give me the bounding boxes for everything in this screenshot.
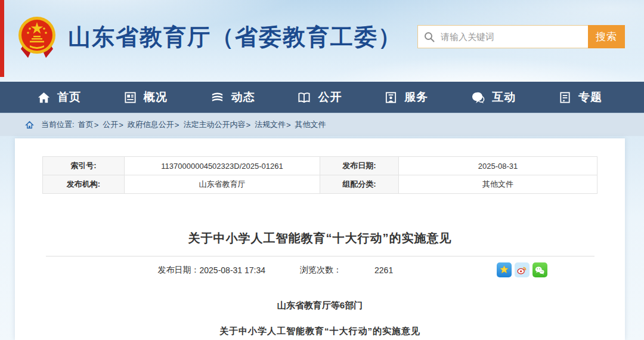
article-body-line2: 关于中小学人工智能教育“十大行动”的实施意见 — [15, 326, 625, 337]
wechat-icon[interactable] — [532, 262, 547, 277]
breadcrumb-item-home[interactable]: 首页 — [78, 119, 94, 130]
nav-item-news[interactable]: 动态 — [210, 89, 255, 105]
nav-label: 动态 — [231, 89, 255, 105]
publish-date-label: 发布日期: — [320, 157, 399, 175]
weibo-icon[interactable] — [515, 262, 530, 277]
overview-icon — [123, 91, 137, 104]
issuing-agency-label: 发布机构: — [43, 175, 125, 194]
search-button[interactable]: 搜索 — [588, 25, 625, 48]
breadcrumb: 当前位置: 首页> 公开> 政府信息公开> 法定主动公开内容> 法规文件> 其他… — [0, 113, 644, 136]
article-title: 关于中小学人工智能教育“十大行动”的实施意见 — [15, 230, 625, 246]
meta-publish-label: 发布日期： — [158, 265, 200, 276]
qzone-icon[interactable] — [497, 262, 512, 277]
share-buttons — [497, 262, 547, 277]
site-search: 搜索 — [417, 25, 625, 48]
content-panel: 索引号: 11370000004502323D/2025-01261 发布日期:… — [15, 138, 625, 340]
nav-label: 互动 — [492, 89, 516, 105]
index-number-value: 11370000004502323D/2025-01261 — [125, 157, 320, 175]
title-divider — [46, 256, 595, 256]
national-emblem-icon — [16, 14, 58, 60]
meta-views-label: 浏览次数： — [300, 265, 342, 276]
search-input[interactable] — [441, 32, 582, 42]
breadcrumb-separator: > — [286, 120, 291, 129]
nav-label: 专题 — [578, 89, 602, 105]
service-icon — [384, 91, 398, 104]
main-nav: 首页 概况 动态 公开 — [0, 82, 644, 113]
issuing-agency-value: 山东省教育厅 — [125, 175, 320, 194]
site-header: 山东省教育厅（省委教育工委） 搜索 — [0, 0, 644, 82]
index-number-label: 索引号: — [43, 157, 125, 175]
nav-item-interact[interactable]: 互动 — [470, 89, 516, 105]
breadcrumb-item-statutory[interactable]: 法定主动公开内容 — [183, 119, 245, 130]
table-row: 索引号: 11370000004502323D/2025-01261 发布日期:… — [43, 157, 597, 175]
chat-icon — [470, 91, 485, 104]
breadcrumb-item-other-docs[interactable]: 其他文件 — [295, 119, 326, 130]
meta-publish-value: 2025-08-31 17:34 — [200, 265, 266, 275]
breadcrumb-prefix: 当前位置: — [41, 119, 75, 130]
site-brand: 山东省教育厅（省委教育工委） — [16, 14, 402, 60]
category-label: 组配分类: — [320, 175, 399, 194]
article-meta: 发布日期： 2025-08-31 17:34 浏览次数： 2261 — [43, 262, 597, 277]
nav-label: 概况 — [144, 89, 168, 105]
topic-icon — [558, 91, 572, 104]
table-row: 发布机构: 山东省教育厅 组配分类: 其他文件 — [43, 175, 597, 194]
nav-item-service[interactable]: 服务 — [384, 89, 428, 105]
breadcrumb-item-open[interactable]: 公开 — [103, 119, 118, 130]
breadcrumb-home-icon — [25, 120, 34, 129]
left-red-strip — [0, 0, 4, 77]
breadcrumb-separator: > — [94, 120, 99, 129]
breadcrumb-item-gov-info[interactable]: 政府信息公开 — [128, 119, 174, 130]
nav-label: 服务 — [404, 89, 428, 105]
openbook-icon — [297, 91, 311, 104]
breadcrumb-separator: > — [246, 120, 250, 129]
page: 山东省教育厅（省委教育工委） 搜索 首页 — [0, 0, 644, 340]
search-icon — [424, 32, 435, 42]
site-title: 山东省教育厅（省委教育工委） — [68, 22, 402, 52]
article-body-line1: 山东省教育厅等6部门 — [15, 300, 625, 311]
search-box — [417, 25, 588, 48]
nav-item-overview[interactable]: 概况 — [123, 89, 168, 105]
category-value: 其他文件 — [399, 175, 597, 194]
nav-item-topics[interactable]: 专题 — [558, 89, 602, 105]
publish-date-value: 2025-08-31 — [399, 157, 597, 175]
breadcrumb-separator: > — [175, 120, 179, 129]
nav-label: 首页 — [57, 89, 81, 105]
nav-label: 公开 — [318, 89, 342, 105]
nav-item-open[interactable]: 公开 — [297, 89, 342, 105]
news-icon — [210, 91, 225, 104]
nav-item-home[interactable]: 首页 — [37, 89, 81, 105]
breadcrumb-separator: > — [119, 120, 123, 129]
document-info-table: 索引号: 11370000004502323D/2025-01261 发布日期:… — [42, 156, 597, 194]
home-icon — [37, 91, 51, 104]
meta-views-value: 2261 — [374, 265, 393, 275]
breadcrumb-item-regulations[interactable]: 法规文件 — [255, 119, 286, 130]
main-area: 索引号: 11370000004502323D/2025-01261 发布日期:… — [0, 136, 644, 340]
